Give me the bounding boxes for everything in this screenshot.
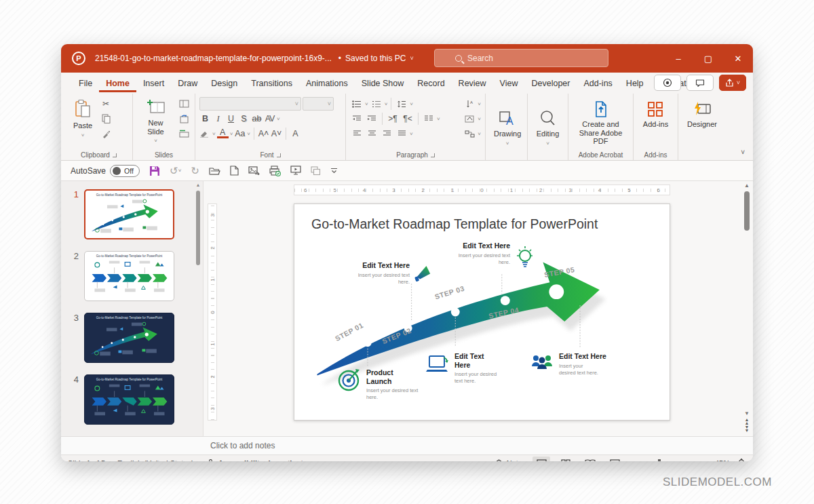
slide-layout-button[interactable] bbox=[177, 98, 191, 110]
share-button[interactable]: ˅ bbox=[719, 75, 746, 91]
font-size-dropdown[interactable]: ˅ bbox=[303, 97, 334, 111]
highlight-button[interactable] bbox=[199, 130, 211, 138]
font-color-button[interactable]: A bbox=[217, 129, 229, 138]
align-center-button[interactable] bbox=[365, 128, 379, 140]
duplicate-button[interactable] bbox=[311, 166, 321, 176]
thumbnail-item-4[interactable]: 4 bbox=[69, 374, 203, 425]
email-button[interactable] bbox=[248, 166, 260, 175]
normal-view-button[interactable] bbox=[532, 457, 550, 462]
rtl-button[interactable]: ¶< bbox=[401, 113, 414, 125]
cut-button[interactable]: ✂ bbox=[99, 98, 113, 110]
decrease-indent-button[interactable] bbox=[350, 113, 364, 125]
fit-slide-button[interactable] bbox=[737, 459, 746, 461]
next-slide-button[interactable]: ▼▼ bbox=[745, 426, 750, 432]
customize-toolbar-icon[interactable] bbox=[330, 168, 338, 174]
section-button[interactable] bbox=[177, 128, 191, 140]
strikethrough-button[interactable]: ab bbox=[251, 114, 263, 123]
align-right-button[interactable] bbox=[380, 128, 393, 140]
underline-button[interactable]: U bbox=[225, 114, 237, 123]
clear-formatting-button[interactable]: A bbox=[290, 129, 301, 138]
callout-lightbulb[interactable]: Edit Text Here Insert your desired text … bbox=[457, 241, 510, 266]
format-painter-button[interactable] bbox=[99, 128, 113, 140]
start-slideshow-button[interactable] bbox=[290, 166, 301, 176]
text-shadow-button[interactable]: S bbox=[238, 114, 250, 123]
text-direction-button[interactable] bbox=[463, 113, 476, 125]
previous-slide-button[interactable]: ▲▲ bbox=[745, 419, 750, 425]
character-spacing-button[interactable]: AV bbox=[264, 114, 275, 123]
add-ins-button[interactable]: Add-ins bbox=[639, 98, 672, 132]
tab-help[interactable]: Help bbox=[619, 75, 651, 92]
scroll-down-icon[interactable]: ▼ bbox=[744, 410, 750, 417]
slide-2-thumbnail[interactable]: Go-to-Market Roadmap Template for PowerP… bbox=[84, 251, 174, 301]
vertical-scrollbar[interactable]: ▲ ▼ ▲▲ ▼▼ bbox=[743, 182, 751, 435]
italic-button[interactable]: I bbox=[212, 114, 224, 124]
vertical-ruler[interactable]: 3210123 bbox=[208, 203, 217, 421]
align-left-button[interactable] bbox=[350, 128, 364, 140]
add-remove-columns-button[interactable] bbox=[422, 113, 435, 125]
tab-add-ins[interactable]: Add-ins bbox=[577, 75, 619, 92]
slide-canvas[interactable]: Go-to-Market Roadmap Template for PowerP… bbox=[294, 203, 670, 421]
copy-button[interactable] bbox=[99, 113, 113, 125]
callout-megaphone[interactable]: Edit Text Here Insert your desired text … bbox=[352, 261, 410, 286]
callout-team[interactable]: Edit Text Here Insert your desired text … bbox=[559, 352, 627, 376]
language-indicator[interactable]: English (United States) bbox=[117, 459, 194, 461]
zoom-out-button[interactable]: – bbox=[630, 459, 634, 461]
thumbnail-item-3[interactable]: 3 Go-to-Market Roadmap Template for Powe… bbox=[69, 313, 203, 363]
bullets-button[interactable] bbox=[350, 98, 364, 110]
clipboard-dialog-launcher[interactable] bbox=[113, 153, 117, 157]
paragraph-dialog-launcher[interactable] bbox=[431, 153, 435, 157]
shrink-font-button[interactable]: A˅ bbox=[271, 129, 282, 138]
close-button[interactable]: ✕ bbox=[723, 44, 753, 73]
tab-insert[interactable]: Insert bbox=[136, 75, 171, 92]
quick-print-button[interactable] bbox=[269, 166, 281, 176]
notes-pane[interactable]: Click to add notes bbox=[61, 436, 753, 454]
notes-placeholder[interactable]: Click to add notes bbox=[210, 441, 275, 450]
slide-4-thumbnail[interactable]: Go-to-Market Roadmap Template for PowerP… bbox=[84, 374, 174, 425]
horizontal-ruler[interactable]: 6543210123456 bbox=[294, 185, 670, 195]
tab-review[interactable]: Review bbox=[452, 75, 493, 92]
new-slide-button[interactable]: New Slide ˅ bbox=[137, 96, 174, 147]
scrollbar-thumb[interactable] bbox=[196, 191, 200, 265]
tab-design[interactable]: Design bbox=[204, 75, 244, 92]
editing-button[interactable]: Editing ˅ bbox=[532, 107, 564, 149]
scrollbar-thumb[interactable] bbox=[744, 191, 750, 231]
reset-slide-button[interactable] bbox=[177, 113, 191, 125]
tab-home[interactable]: Home bbox=[99, 75, 136, 92]
font-dialog-launcher[interactable] bbox=[277, 153, 281, 157]
accessibility-checker[interactable]: Accessibility: Investigate bbox=[206, 459, 307, 462]
redo-button[interactable]: ↻ bbox=[191, 165, 199, 177]
reading-view-button[interactable] bbox=[581, 457, 599, 462]
thumbnail-item-2[interactable]: 2 bbox=[69, 251, 203, 301]
ltr-button[interactable]: >¶ bbox=[386, 113, 400, 125]
designer-button[interactable]: Designer bbox=[683, 98, 721, 132]
undo-button[interactable]: ↺˅ bbox=[170, 165, 181, 177]
new-document-button[interactable] bbox=[230, 166, 239, 176]
autosave-toggle[interactable]: Off bbox=[110, 165, 140, 177]
save-button[interactable] bbox=[149, 166, 160, 176]
justify-button[interactable] bbox=[395, 128, 408, 140]
slide-title[interactable]: Go-to-Market Roadmap Template for PowerP… bbox=[311, 216, 598, 232]
tab-transitions[interactable]: Transitions bbox=[244, 75, 299, 92]
minimize-button[interactable]: – bbox=[663, 44, 693, 73]
tab-file[interactable]: File bbox=[72, 75, 99, 92]
thumbnail-item-1[interactable]: 1 Go-to-Market Roadmap Template for Powe… bbox=[69, 189, 203, 239]
tab-draw[interactable]: Draw bbox=[171, 75, 204, 92]
font-name-dropdown[interactable]: ˅ bbox=[199, 97, 301, 111]
tab-developer[interactable]: Developer bbox=[524, 75, 577, 92]
collapse-ribbon-icon[interactable]: ˅ bbox=[741, 149, 745, 156]
scroll-up-icon[interactable]: ▲ bbox=[195, 182, 201, 187]
search-input[interactable]: Search bbox=[434, 49, 608, 67]
zoom-in-button[interactable]: + bbox=[704, 459, 708, 461]
slide-1-thumbnail[interactable]: Go-to-Market Roadmap Template for PowerP… bbox=[84, 189, 174, 239]
slideshow-view-button[interactable] bbox=[606, 457, 623, 462]
create-and-share-adobe-pdf-button[interactable]: Create and Share Adobe PDF bbox=[573, 98, 629, 149]
tab-slide-show[interactable]: Slide Show bbox=[355, 75, 411, 92]
open-button[interactable] bbox=[209, 166, 220, 176]
slide-sorter-view-button[interactable] bbox=[557, 457, 575, 462]
scroll-up-icon[interactable]: ▲ bbox=[744, 182, 750, 189]
sort-button[interactable]: A bbox=[463, 98, 476, 110]
tab-view[interactable]: View bbox=[493, 75, 525, 92]
comments-button[interactable] bbox=[686, 75, 714, 91]
record-button[interactable] bbox=[654, 75, 681, 91]
zoom-level[interactable]: 45% bbox=[715, 459, 730, 461]
